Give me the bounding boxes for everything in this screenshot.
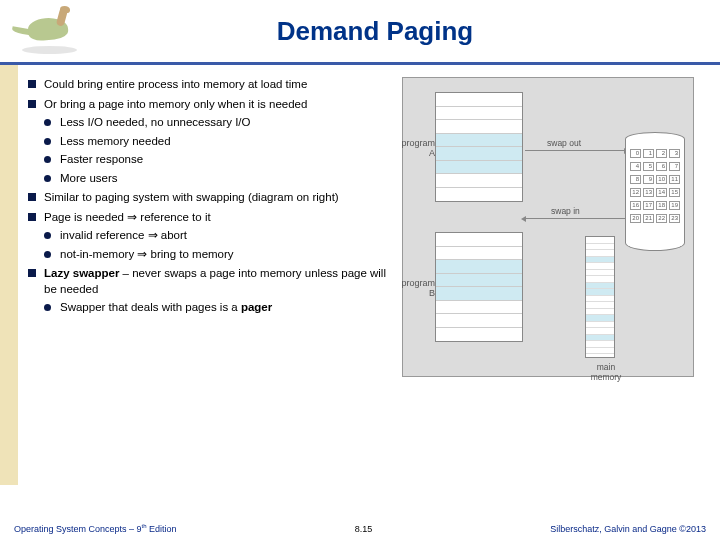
swap-diagram: program A program B swap out swap in mai…: [402, 77, 694, 377]
slide-content: Could bring entire process into memory a…: [0, 73, 720, 377]
footer-left-text: Operating System Concepts – 9: [14, 524, 142, 534]
disk-cell: 18: [656, 201, 667, 210]
swap-in-label: swap in: [551, 206, 580, 216]
main-memory-box: [585, 236, 615, 358]
bullet-item: Or bring a page into memory only when it…: [28, 97, 398, 187]
sub-bullet: Swapper that deals with pages is a pager: [44, 300, 398, 316]
diagram-column: program A program B swap out swap in mai…: [398, 77, 694, 377]
disk-cell: 16: [630, 201, 641, 210]
footer-right: Silberschatz, Galvin and Gagne ©2013: [550, 524, 706, 534]
disk-cell: 21: [643, 214, 654, 223]
disk-cell: 10: [656, 175, 667, 184]
sub-bullet: not-in-memory ⇒ bring to memory: [44, 247, 398, 263]
disk-cell: 4: [630, 162, 641, 171]
sub-bullet: invalid reference ⇒ abort: [44, 228, 398, 244]
main-memory-label: main memory: [581, 362, 631, 382]
program-b-label: program B: [395, 278, 435, 298]
disk-cell: 0: [630, 149, 641, 158]
disk-cell: 13: [643, 188, 654, 197]
bullet-item: Page is needed ⇒ reference to it invalid…: [28, 210, 398, 263]
bold-term: Lazy swapper: [44, 267, 119, 279]
header-divider: [0, 62, 720, 65]
disk-cell: 9: [643, 175, 654, 184]
disk-cell: 15: [669, 188, 680, 197]
process-b-box: [435, 232, 523, 342]
bullet-item: Could bring entire process into memory a…: [28, 77, 398, 93]
disk-cell: 12: [630, 188, 641, 197]
sub-bullet: Less memory needed: [44, 134, 398, 150]
disk-page-grid: 0 1 2 3: [626, 149, 684, 158]
footer-page-number: 8.15: [355, 524, 373, 534]
disk-cell: 1: [643, 149, 654, 158]
bullet-column: Could bring entire process into memory a…: [28, 77, 398, 377]
slide-footer: Operating System Concepts – 9th Edition …: [0, 523, 720, 534]
sub-bullet: Faster response: [44, 152, 398, 168]
disk-cell: 7: [669, 162, 680, 171]
slide-title: Demand Paging: [100, 16, 710, 47]
footer-left: Operating System Concepts – 9th Edition: [14, 523, 177, 534]
disk-cell: 8: [630, 175, 641, 184]
disk-cell: 3: [669, 149, 680, 158]
left-stripe: [0, 65, 18, 485]
bullet-item: Similar to paging system with swapping (…: [28, 190, 398, 206]
program-a-label: program A: [395, 138, 435, 158]
disk-cell: 5: [643, 162, 654, 171]
disk-cell: 17: [643, 201, 654, 210]
disk-cell: 2: [656, 149, 667, 158]
disk-cell: 14: [656, 188, 667, 197]
bullet-text: Page is needed ⇒ reference to it: [44, 211, 211, 223]
disk-cell: 23: [669, 214, 680, 223]
swap-in-arrow: [525, 218, 625, 219]
slide-header: Demand Paging: [0, 0, 720, 62]
bold-term: pager: [241, 301, 272, 313]
swap-out-arrow: [525, 150, 625, 151]
footer-left-end: Edition: [147, 524, 177, 534]
swap-out-label: swap out: [547, 138, 581, 148]
sub-bullet: More users: [44, 171, 398, 187]
disk-cell: 6: [656, 162, 667, 171]
disk-cell: 11: [669, 175, 680, 184]
bullet-text: Or bring a page into memory only when it…: [44, 98, 307, 110]
disk-cylinder: 0 1 2 3 4 5 6 7 8 9 10 1: [625, 132, 685, 258]
sub-bullet: Less I/O needed, no unnecessary I/O: [44, 115, 398, 131]
disk-cell: 22: [656, 214, 667, 223]
bullet-item: Lazy swapper – never swaps a page into m…: [28, 266, 398, 316]
disk-cell: 20: [630, 214, 641, 223]
disk-cell: 19: [669, 201, 680, 210]
dinosaur-logo: [10, 6, 100, 56]
process-a-box: [435, 92, 523, 202]
sub-bullet-text: Swapper that deals with pages is a: [60, 301, 241, 313]
